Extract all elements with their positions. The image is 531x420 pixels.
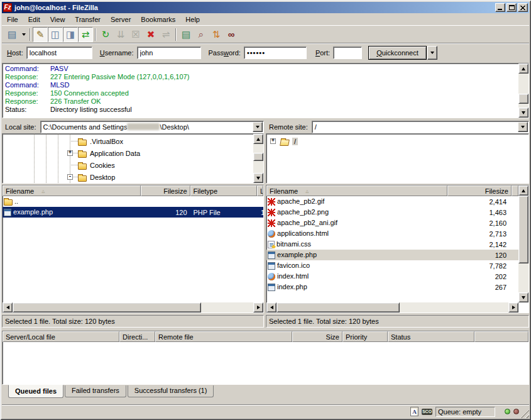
file-row-selected[interactable]: example.php 120 [266, 250, 518, 260]
column-header-filename[interactable]: Filename▵ [3, 185, 141, 196]
scroll-up-button[interactable] [253, 134, 263, 144]
window-title: john@localhost - FileZilla [14, 4, 494, 11]
resize-grip[interactable] [520, 409, 529, 418]
column-header-filesize[interactable]: Filesize [141, 185, 190, 196]
menu-server[interactable]: Server [106, 14, 136, 25]
file-row[interactable]: index.html 202 [266, 271, 518, 282]
maximize-button[interactable] [506, 3, 517, 12]
disconnect-icon[interactable]: ✖ [143, 27, 158, 42]
host-input[interactable] [26, 47, 92, 59]
column-header-filetype[interactable]: Filetype [190, 185, 257, 196]
menu-bookmarks[interactable]: Bookmarks [136, 14, 180, 25]
file-row[interactable]: applications.html 2,713 [266, 228, 518, 239]
close-button[interactable] [518, 3, 528, 12]
scroll-up-button[interactable] [518, 64, 528, 74]
minimize-icon [498, 9, 502, 10]
scroll-right-button[interactable] [253, 302, 263, 312]
expand-icon[interactable]: + [270, 138, 276, 144]
file-row[interactable]: apache_pb2_ani.gif 2,160 [266, 218, 518, 228]
scroll-down-button[interactable] [518, 108, 528, 118]
scroll-down-button[interactable] [518, 292, 528, 302]
toolbar: ▤ ✎ ◫ ◨ ⇄ ↻ ⇊ ☒ ✖ ⇌ ▤ ⌕ ⇅ ∞ [2, 25, 529, 43]
column-header-status[interactable]: Status [388, 331, 474, 342]
quickconnect-bar: Host: Username: Password: Port: Quickcon… [2, 43, 529, 62]
column-header-server-local-file[interactable]: Server/Local file [3, 331, 119, 342]
tab-queued-files[interactable]: Queued files [8, 385, 63, 398]
minimize-button[interactable] [495, 3, 505, 12]
site-manager-dropdown[interactable] [19, 28, 28, 41]
column-header-lastmodified[interactable]: L [257, 185, 263, 196]
toggle-remote-tree-icon[interactable]: ◨ [63, 27, 78, 42]
filezilla-window: Fz john@localhost - FileZilla File Edit … [0, 0, 531, 420]
menu-file[interactable]: File [2, 14, 23, 25]
scroll-thumb[interactable] [13, 302, 201, 312]
tab-failed-transfers[interactable]: Failed transfers [65, 385, 126, 397]
toggle-transfer-queue-icon[interactable]: ⇄ [78, 27, 93, 42]
refresh-icon[interactable]: ↻ [98, 27, 113, 42]
combo-dropdown-button[interactable] [518, 122, 528, 132]
synchronized-browsing-icon[interactable]: ⇅ [209, 27, 224, 42]
remote-list-hscrollbar[interactable] [266, 302, 518, 312]
column-header-priority[interactable]: Priority [342, 331, 388, 342]
filezilla-logo-icon: Fz [3, 3, 12, 12]
scroll-right-button[interactable] [508, 302, 518, 312]
file-row[interactable]: bitnami.css 2,142 [266, 239, 518, 250]
log-line: Command:PASV [3, 65, 528, 73]
file-row[interactable]: apache_pb2.gif 2,414 [266, 196, 518, 207]
chevron-down-icon [521, 126, 525, 128]
toggle-message-log-icon[interactable]: ✎ [33, 27, 48, 42]
remote-list-vscrollbar[interactable] [518, 185, 528, 302]
menu-help[interactable]: Help [180, 14, 205, 25]
php-file-icon [268, 251, 275, 259]
column-header-filename[interactable]: Filename▵ [266, 185, 447, 196]
scroll-up-button[interactable] [518, 185, 528, 196]
column-header-size[interactable]: Size [292, 331, 342, 342]
site-manager-icon[interactable]: ▤ [4, 27, 19, 42]
tree-item-application-data[interactable]: + Application Data [3, 147, 263, 159]
local-tree-scrollbar[interactable] [253, 134, 263, 183]
remote-site-combo[interactable]: / [312, 121, 529, 133]
column-header-remote-file[interactable]: Remote file [155, 331, 292, 342]
tree-item-virtualbox[interactable]: .VirtualBox [3, 135, 263, 147]
column-header-filesize[interactable]: Filesize [447, 185, 512, 196]
password-input[interactable] [244, 47, 307, 59]
tab-successful-transfers[interactable]: Successful transfers (1) [128, 385, 214, 397]
directory-comparison-icon[interactable]: ⌕ [194, 27, 209, 42]
scroll-thumb[interactable] [276, 302, 400, 312]
tree-item-root[interactable]: + / [266, 135, 528, 147]
scroll-down-button[interactable] [253, 173, 263, 183]
file-row[interactable]: apache_pb2.png 1,463 [266, 207, 518, 218]
scroll-left-button[interactable] [3, 302, 13, 312]
menu-view[interactable]: View [45, 14, 70, 25]
scroll-thumb[interactable] [518, 94, 528, 104]
toggle-local-tree-icon[interactable]: ◫ [48, 27, 63, 42]
log-scrollbar[interactable] [518, 64, 528, 118]
column-header-direction[interactable]: Directi... [119, 331, 155, 342]
folder-icon [78, 175, 87, 182]
scroll-thumb[interactable] [518, 196, 528, 263]
html-file-icon [268, 230, 275, 238]
queue-header: Server/Local file Directi... Remote file… [3, 331, 528, 342]
tree-item-desktop[interactable]: - Desktop [3, 171, 263, 183]
local-list-hscrollbar[interactable] [3, 302, 263, 312]
username-input[interactable] [137, 47, 201, 59]
expand-icon[interactable]: + [67, 150, 73, 156]
scroll-thumb[interactable] [253, 153, 263, 161]
open-folder-icon [280, 140, 290, 146]
file-row-selected[interactable]: example.php 120 PHP File 1 [3, 207, 263, 218]
tree-item-cookies[interactable]: Cookies [3, 159, 263, 171]
find-files-icon[interactable]: ∞ [224, 27, 239, 42]
collapse-icon[interactable]: - [67, 174, 73, 180]
quickconnect-dropdown[interactable] [427, 46, 437, 60]
combo-dropdown-button[interactable] [253, 122, 263, 132]
filename-filters-icon[interactable]: ▤ [178, 27, 194, 42]
port-input[interactable] [333, 47, 362, 59]
menu-edit[interactable]: Edit [23, 14, 45, 25]
file-row[interactable]: favicon.ico 7,782 [266, 260, 518, 271]
local-site-combo[interactable]: C:\Documents and Settings\Desktop\ [40, 121, 264, 133]
menu-transfer[interactable]: Transfer [70, 14, 106, 25]
scroll-left-button[interactable] [266, 302, 276, 312]
file-row[interactable]: .. [3, 196, 263, 207]
file-row[interactable]: index.php 267 [266, 282, 518, 292]
quickconnect-button[interactable]: Quickconnect [368, 46, 427, 60]
